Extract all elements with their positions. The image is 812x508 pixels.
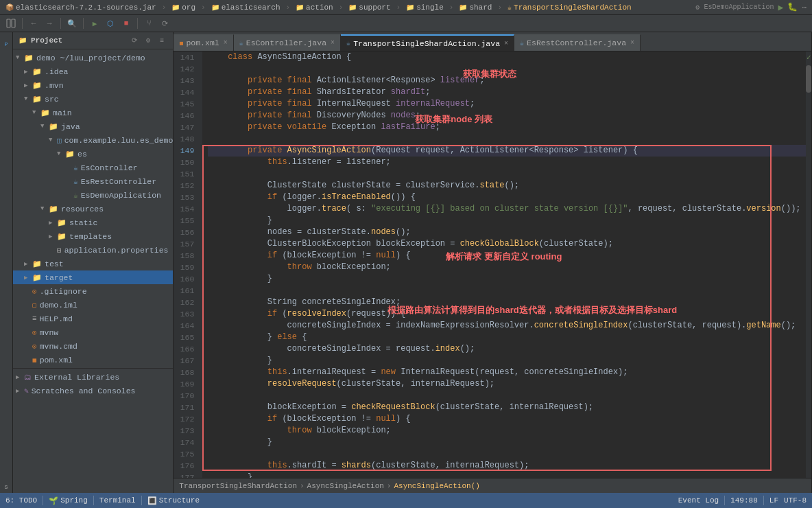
line-160: 160 [174, 273, 198, 285]
tree-item-mvn[interactable]: ▶ 📁 .mvn [13, 78, 173, 92]
gear-btn[interactable]: ⚙ [143, 35, 154, 46]
stop-btn[interactable]: ■ [119, 16, 133, 30]
spring-btn[interactable]: 🌱 Spring [49, 496, 88, 505]
extlib-icon: 🗂 [24, 373, 32, 382]
tree-item-demoiml[interactable]: ▶ ◻ demo.iml [13, 298, 173, 312]
line-165: 165 [174, 332, 198, 343]
bc-single[interactable]: 📁 single [406, 3, 444, 12]
code-line-164: concreteSingleIndex = indexNameExpressio… [208, 320, 805, 332]
forward-btn[interactable]: → [43, 16, 56, 30]
java-tab-icon-3: ☕ [520, 39, 524, 47]
close-pomxml-btn[interactable]: × [224, 39, 228, 47]
code-line-155: } [208, 215, 805, 227]
back-btn[interactable]: ← [27, 16, 40, 30]
code-line-146: private final DiscoveryNodes nodes; [208, 110, 805, 122]
tab-transportsingle[interactable]: ☕ TransportSingleShardAction.java × [341, 34, 514, 51]
bc-jar[interactable]: 📦 elasticsearch-7.2.1-sources.jar [5, 3, 156, 12]
structure-panel-icon[interactable]: S [0, 481, 12, 493]
tree-item-mvnwcmd[interactable]: ▶ ⊙ mvnw.cmd [13, 339, 173, 353]
settings-icon[interactable]: ⚙ [695, 3, 700, 12]
bc-action[interactable]: 📁 action [296, 3, 333, 12]
tree-item-target[interactable]: ▶ 📁 target [13, 270, 173, 284]
tab-escontroller[interactable]: ☕ EsController.java × [234, 34, 341, 51]
tree-item-scratches[interactable]: ▶ ✎ Scratches and Consoles [13, 384, 173, 397]
project-header: 📁 Project ⟳ ⚙ ≡ [13, 32, 173, 49]
tree-item-helpmd[interactable]: ▶ ≡ HELP.md [13, 312, 173, 325]
line-157: 157 [174, 238, 198, 250]
java-main-icon: ☕ [73, 191, 78, 200]
tree-item-esdemo[interactable]: ▶ ☕ EsDemoApplication [13, 188, 173, 202]
todo-btn[interactable]: 6: TODO [5, 496, 37, 505]
terminal-btn[interactable]: Terminal [99, 496, 136, 505]
project-panel-icon[interactable]: P [0, 38, 12, 50]
bc-shard[interactable]: 📁 shard [459, 3, 492, 12]
line-147: 147 [174, 122, 198, 133]
tree-item-templates[interactable]: ▶ 📁 templates [13, 229, 173, 243]
run-btn[interactable]: ▶ [88, 16, 102, 30]
mvnwcmd-icon: ⊙ [32, 342, 37, 351]
code-line-154: logger.trace( s: "executing [{}] based o… [208, 203, 805, 215]
bc-file-active[interactable]: ☕ TransportSingleShardAction [508, 3, 632, 12]
tree-item-idea[interactable]: ▶ 📁 .idea [13, 65, 173, 78]
run-button[interactable]: ▶ [778, 2, 784, 13]
vcs-btn[interactable]: ⑂ [142, 16, 156, 30]
scrollbar-track[interactable]: ✓ [806, 51, 811, 478]
no-errors-indicator: ✓ [807, 53, 811, 62]
code-view[interactable]: 获取集群状态 获取集群node 列表 解析请求 更新自定义 routing 根据… [202, 51, 805, 478]
tab-pomxml[interactable]: ◼ pom.xml × [174, 34, 233, 51]
tree-item-package[interactable]: ▼ ◫ com.example.luu.es_demo [13, 133, 173, 147]
structure-panel-btn[interactable]: 🔳 Structure [147, 496, 200, 505]
close-esrestcontroller-btn[interactable]: × [630, 39, 634, 47]
line-151: 151 [174, 168, 198, 180]
tree-item-esrestcontroller[interactable]: ▶ ☕ EsRestController [13, 174, 173, 188]
code-line-145: private final InternalRequest internalRe… [208, 98, 805, 110]
search-btn[interactable]: 🔍 [65, 16, 79, 30]
jar-icon: 📦 [5, 3, 14, 12]
bc-elasticsearch[interactable]: 📁 elasticsearch [211, 3, 280, 12]
tree-item-extlibs[interactable]: ▶ 🗂 External Libraries [13, 370, 173, 384]
line-176: 176 [174, 460, 198, 472]
line-171: 171 [174, 402, 198, 413]
sync-btn[interactable]: ⟳ [129, 35, 140, 46]
tree-item-demo[interactable]: ▼ 📁 demo ~/luu_project/demo [13, 51, 173, 65]
close-transportsingle-btn[interactable]: × [504, 40, 508, 47]
bc-support[interactable]: 📁 support [348, 3, 390, 12]
java-file-icon-1: ☕ [73, 163, 78, 172]
tree-item-static[interactable]: ▶ 📁 static [13, 216, 173, 229]
tree-item-test[interactable]: ▶ 📁 test [13, 257, 173, 270]
tree-item-main[interactable]: ▼ 📁 main [13, 106, 173, 119]
status-bar: 6: TODO 🌱 Spring Terminal 🔳 Structure Ev… [0, 493, 812, 508]
debug-button[interactable]: 🐛 [787, 2, 798, 12]
tree-item-src[interactable]: ▼ 📁 src [13, 92, 173, 106]
code-line-159: throw blockException; [208, 262, 805, 273]
encoding-label[interactable]: UTF-8 [784, 496, 807, 505]
code-line-161 [208, 285, 805, 297]
code-line-169: resolveRequest(clusterState, internalReq… [208, 378, 805, 390]
tab-esrestcontroller[interactable]: ☕ EsRestController.java × [514, 34, 641, 51]
tree-item-escontroller[interactable]: ▶ ☕ EsController [13, 161, 173, 174]
event-log-btn[interactable]: Event Log [678, 496, 719, 505]
collapse-btn[interactable]: ≡ [156, 35, 167, 46]
tree-item-java[interactable]: ▼ 📁 java [13, 119, 173, 133]
tree-item-mvnw[interactable]: ▶ ⊙ mvnw [13, 325, 173, 339]
code-line-167: } [208, 355, 805, 367]
line-separator[interactable]: LF [769, 496, 778, 505]
folder-icon-3: 📁 [296, 3, 304, 12]
bc-org[interactable]: 📁 org [171, 3, 195, 12]
tree-item-appprop[interactable]: ▶ ⊟ application.properties [13, 243, 173, 257]
line-177: 177 [174, 472, 198, 478]
close-escontroller-btn[interactable]: × [331, 39, 335, 47]
folder-icon-5: 📁 [406, 3, 414, 12]
debug-btn[interactable]: ⬡ [104, 16, 117, 30]
scrollbar-thumb[interactable] [806, 65, 811, 93]
more-tools-btn[interactable]: ⋯ [802, 3, 807, 12]
tree-item-pomxml[interactable]: ▶ ◼ pom.xml [13, 353, 173, 367]
tree-item-gitignore[interactable]: ▶ ⊙ .gitignore [13, 284, 173, 298]
tree-item-resources[interactable]: ▼ 📁 resources [13, 202, 173, 216]
project-toggle-btn[interactable] [4, 16, 18, 30]
status-sep-4 [724, 496, 725, 505]
code-line-144: private final ShardsIterator shardIt; [208, 86, 805, 98]
code-line-141: class AsyncSingleAction { [208, 51, 805, 63]
update-btn[interactable]: ⟳ [158, 16, 171, 30]
tree-item-es[interactable]: ▼ 📁 es [13, 147, 173, 161]
